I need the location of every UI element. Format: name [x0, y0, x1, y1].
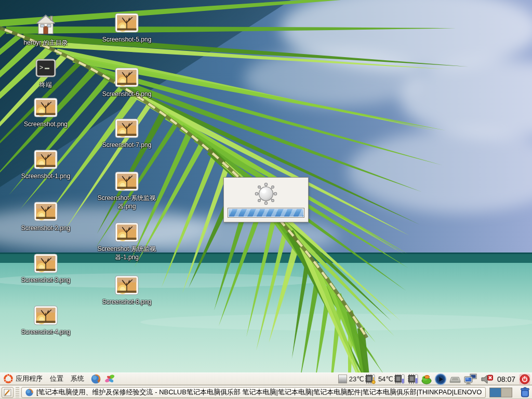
window-task-button[interactable]: [笔记本电脑使用、维护及保修经验交流 - NBCLUB笔记本电脑俱乐部 笔记本电…	[21, 387, 486, 398]
desktop-icon[interactable]: Screenshot-6.png	[90, 68, 163, 99]
image-file-icon	[34, 305, 58, 325]
firefox-icon	[25, 388, 34, 397]
applications-menu[interactable]: 应用程序	[1, 373, 47, 385]
terminal-icon: >	[35, 58, 57, 78]
workspace-1-active[interactable]	[490, 388, 501, 397]
desktop-icon-label: Screenshot-系统监视器-1.png	[90, 245, 163, 261]
system-menu-label: 系统	[71, 374, 84, 383]
desktop-icon-label: heroyr 的主目录	[23, 39, 68, 47]
gpu-temp-label: 54℃	[378, 375, 393, 383]
desktop-icon[interactable]: Screenshot-4.png	[9, 305, 82, 337]
desktop-icon-column-1: heroyr 的主目录>终端Screenshot.pngScreenshot-1…	[9, 0, 82, 373]
chip-gauge-icon	[407, 374, 419, 384]
tray-green-app[interactable]	[420, 374, 433, 384]
desktop-icon-label: Screenshot-2.png	[21, 224, 71, 233]
firefox-icon	[90, 374, 101, 384]
sensors-applet-cpu[interactable]: 23℃	[349, 374, 377, 384]
desktop-icon[interactable]: >终端	[9, 58, 82, 89]
image-file-icon	[115, 275, 139, 295]
image-file-icon	[34, 202, 58, 221]
displays-tray[interactable]	[463, 373, 478, 385]
cpufreq-gauge-icon	[338, 375, 347, 383]
image-file-icon	[115, 13, 139, 33]
desktop-icon[interactable]: Screenshot-1.png	[9, 150, 82, 181]
mine-sun-icon	[254, 182, 278, 206]
laptop-tray-icon	[449, 374, 461, 384]
window-title: [笔记本电脑使用、维护及保修经验交流 - NBCLUB笔记本电脑俱乐部 笔记本电…	[36, 388, 482, 397]
cpu-temp-label: 23℃	[349, 375, 364, 383]
svg-text:>: >	[39, 64, 43, 71]
desktop-icon-label: Screenshot-7.png	[102, 141, 152, 150]
desktop-icon-label: Screenshot-3.png	[21, 276, 71, 285]
firefox-launcher[interactable]	[89, 373, 102, 385]
chip-gauge-icon	[394, 374, 405, 384]
show-desktop-button[interactable]	[2, 387, 14, 398]
desktop-icon[interactable]: Screenshot-5.png	[90, 13, 163, 44]
workspace-switcher	[489, 388, 512, 397]
image-file-icon	[115, 222, 139, 242]
desktop-icon-label: Screenshot-8.png	[102, 298, 152, 307]
dual-monitors-icon	[463, 373, 478, 385]
chip-thermometer-icon	[365, 374, 376, 384]
desktop-icon-column-2: Screenshot-5.pngScreenshot-6.pngScreensh…	[90, 0, 163, 373]
play-button-icon	[434, 373, 447, 385]
panel-drag-handle[interactable]	[16, 387, 19, 398]
gnome-panel: 应用程序 位置 系统	[0, 373, 532, 385]
clock-applet[interactable]: 08:07	[495, 375, 517, 383]
desktop-icon[interactable]: Screenshot-系统监视器-1.png	[90, 222, 163, 261]
sensors-applet-gpu[interactable]: 54℃	[378, 374, 406, 384]
image-file-icon	[34, 98, 58, 117]
desktop-icon-label: Screenshot-4.png	[21, 328, 71, 337]
image-file-icon	[115, 68, 139, 87]
desktop-icon[interactable]: Screenshot-7.png	[90, 118, 163, 150]
pinwheel-launcher[interactable]	[103, 373, 116, 385]
loading-splash-dialog	[223, 177, 309, 222]
trash-applet[interactable]	[520, 387, 530, 398]
trash-icon	[520, 387, 530, 398]
ubuntu-logo-icon	[3, 374, 14, 384]
desktop-icon[interactable]: heroyr 的主目录	[9, 13, 82, 47]
applications-menu-label: 应用程序	[16, 374, 43, 383]
desktop: heroyr 的主目录>终端Screenshot.pngScreenshot-1…	[0, 0, 532, 399]
places-menu[interactable]: 位置	[48, 373, 68, 385]
media-play-tray[interactable]	[434, 373, 447, 385]
desktop-icon-label: Screenshot-系统监视器.png	[90, 194, 163, 210]
pinwheel-app-icon	[104, 374, 115, 384]
desktop-icon-label: Screenshot-6.png	[102, 90, 152, 99]
image-file-icon	[34, 150, 58, 169]
system-menu[interactable]: 系统	[69, 373, 88, 385]
taskbar-panel: [笔记本电脑使用、维护及保修经验交流 - NBCLUB笔记本电脑俱乐部 笔记本电…	[0, 385, 532, 399]
desktop-icon-label: Screenshot.png	[24, 121, 68, 129]
workspace-2[interactable]	[501, 388, 512, 397]
home-icon	[33, 13, 58, 36]
muted-speaker-icon	[480, 374, 494, 385]
laptop-tray[interactable]	[448, 374, 462, 384]
sensors-applet-hdd[interactable]	[407, 374, 419, 384]
desktop-icon[interactable]: Screenshot.png	[9, 98, 82, 129]
desktop-icon-label: Screenshot-5.png	[102, 36, 152, 44]
desktop-icon-label: 终端	[39, 81, 52, 89]
desktop-icon[interactable]: Screenshot-系统监视器.png	[90, 171, 163, 210]
power-button-icon	[519, 374, 530, 385]
splash-progress-fill	[229, 209, 303, 217]
image-file-icon	[115, 171, 139, 191]
show-desktop-icon	[4, 389, 11, 396]
desktop-icon[interactable]: Screenshot-2.png	[9, 202, 82, 233]
cpufreq-applet[interactable]	[338, 375, 348, 383]
desktop-icon-label: Screenshot-1.png	[21, 172, 71, 181]
volume-applet[interactable]	[480, 374, 494, 385]
green-creature-tray-icon	[421, 374, 432, 384]
shutdown-applet[interactable]	[518, 374, 531, 385]
image-file-icon	[34, 254, 58, 273]
splash-progress-bar	[228, 208, 304, 218]
image-file-icon	[115, 118, 139, 138]
places-menu-label: 位置	[50, 374, 63, 383]
desktop-icon[interactable]: Screenshot-8.png	[90, 275, 163, 307]
desktop-icon[interactable]: Screenshot-3.png	[9, 254, 82, 285]
